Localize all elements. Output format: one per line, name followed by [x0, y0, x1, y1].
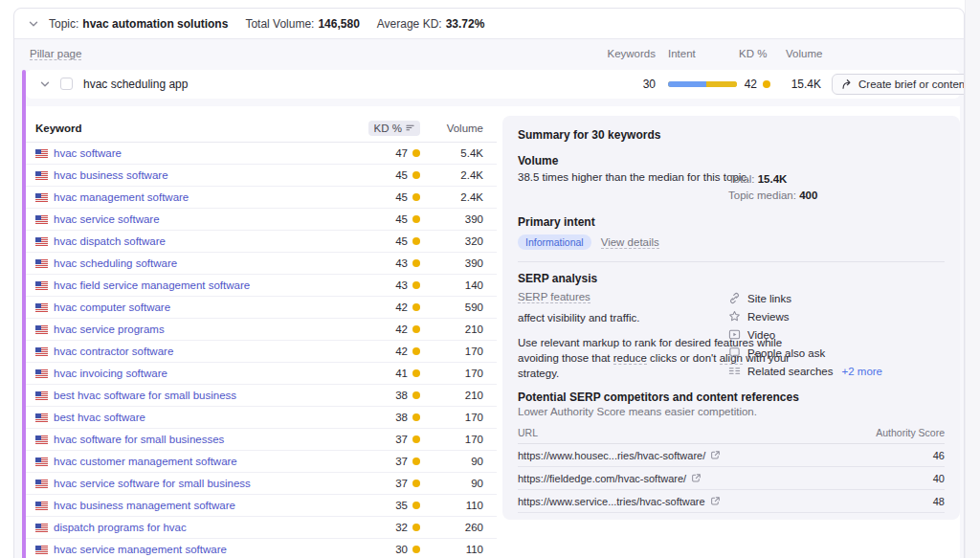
- volume-value: 170: [420, 368, 483, 379]
- keyword-table: Keyword KD % Volume: [26, 106, 497, 558]
- column-header-keywords: Keywords: [600, 48, 656, 59]
- volume-column-header[interactable]: Volume: [420, 123, 483, 134]
- keyword-link[interactable]: hvac field service management software: [54, 279, 250, 291]
- keyword-table-row: hvac service management software 30 110: [26, 539, 497, 558]
- topic-bar: Topic: hvac automation solutions Total V…: [14, 9, 964, 39]
- keyword-link[interactable]: hvac management software: [54, 191, 189, 203]
- keyword-link[interactable]: hvac contractor software: [54, 346, 173, 357]
- curved-arrow-icon: [841, 78, 853, 90]
- keyword-link[interactable]: hvac service software for small business: [54, 478, 251, 489]
- competitors-table-header: URL Authority Score: [518, 425, 945, 444]
- kd-sort-header[interactable]: KD %: [368, 121, 420, 136]
- competitor-url[interactable]: https://www.housec...ries/hvac-software/: [518, 450, 705, 461]
- view-details-link[interactable]: View details: [601, 236, 659, 249]
- authority-score-value: 46: [933, 450, 945, 461]
- volume-value: 110: [420, 500, 483, 511]
- group-name[interactable]: hvac scheduling app: [83, 78, 188, 91]
- serp-features-link[interactable]: SERP features: [518, 291, 590, 303]
- group-checkbox[interactable]: [60, 78, 73, 90]
- kd-value: 35: [395, 500, 408, 511]
- column-header-intent: Intent: [668, 48, 696, 59]
- more-features-link[interactable]: +2 more: [842, 366, 883, 377]
- kd-difficulty-dot: [412, 435, 420, 443]
- volume-value: 170: [420, 434, 483, 445]
- serp-features-list: Site links Reviews Video: [728, 289, 882, 380]
- kd-difficulty-dot: [412, 281, 420, 289]
- keyword-table-row: hvac invoicing software 41 170: [26, 363, 497, 385]
- kd-value: 45: [395, 213, 408, 225]
- summary-panel: Summary for 30 keywords Volume 38.5 time…: [502, 116, 960, 520]
- keyword-link[interactable]: hvac business management software: [54, 500, 235, 511]
- keyword-link[interactable]: hvac dispatch software: [54, 235, 166, 247]
- kd-value: 38: [395, 390, 408, 401]
- external-link-icon[interactable]: [710, 450, 721, 460]
- kd-difficulty-dot: [412, 259, 420, 267]
- volume-value: 110: [420, 544, 483, 555]
- keyword-link[interactable]: dispatch programs for hvac: [54, 522, 187, 533]
- keyword-link[interactable]: hvac service management software: [54, 544, 227, 555]
- kd-difficulty-dot: [412, 215, 420, 223]
- us-flag-icon: [35, 480, 48, 488]
- serp-feature-item: Reviews: [728, 307, 882, 325]
- kd-difficulty-dot: [412, 347, 420, 355]
- kd-difficulty-dot: [412, 502, 420, 509]
- reduce-term[interactable]: reduce: [613, 352, 647, 365]
- scrollbar[interactable]: [965, 0, 980, 558]
- keyword-link[interactable]: best hvac software: [54, 412, 145, 423]
- topic-median-value: 400: [799, 190, 817, 201]
- competitor-row: https://www.getjob... om/industries/hvac…: [518, 513, 945, 520]
- keyword-link[interactable]: hvac software for small businesses: [54, 434, 224, 445]
- keyword-link[interactable]: hvac service software: [54, 213, 160, 225]
- keyword-link[interactable]: hvac software: [54, 147, 122, 159]
- competitor-url[interactable]: https://www.service...tries/hvac-softwar…: [518, 496, 705, 507]
- keyword-link[interactable]: hvac business software: [54, 169, 168, 181]
- external-link-icon[interactable]: [710, 496, 721, 506]
- competitors-subheading: Lower Authority Score means easier compe…: [518, 406, 945, 417]
- keyword-link[interactable]: hvac service programs: [54, 324, 165, 335]
- external-link-icon[interactable]: [710, 519, 721, 520]
- keyword-table-row: hvac service software for small business…: [26, 473, 497, 495]
- us-flag-icon: [35, 215, 48, 224]
- volume-value: 390: [420, 257, 483, 269]
- volume-value: 210: [420, 390, 483, 401]
- us-flag-icon: [35, 502, 48, 510]
- kd-value: 42: [395, 346, 408, 357]
- intent-informational-segment: [668, 81, 706, 87]
- competitor-row: https://www.housec...ries/hvac-software/…: [518, 444, 945, 467]
- keyword-link[interactable]: best hvac software for small business: [54, 390, 236, 401]
- kd-value: 43: [395, 257, 408, 269]
- external-link-icon[interactable]: [691, 473, 702, 483]
- keyword-link[interactable]: hvac computer software: [54, 301, 170, 313]
- competitor-url[interactable]: https://www.getjob... om/industries/hvac…: [518, 519, 705, 521]
- create-brief-button[interactable]: Create brief or content: [832, 74, 965, 95]
- serp-feature-item: Related searches +2 more: [728, 362, 882, 380]
- us-flag-icon: [35, 281, 48, 290]
- us-flag-icon: [35, 458, 48, 466]
- total-volume: Total Volume: 146,580: [245, 17, 359, 31]
- competitor-url[interactable]: https://fieldedge.com/hvac-software/: [518, 473, 686, 484]
- keyword-column-header[interactable]: Keyword: [35, 123, 347, 134]
- serp-feature-item: Video: [728, 325, 882, 344]
- kd-value: 47: [395, 147, 408, 159]
- chevron-down-icon[interactable]: [39, 78, 51, 90]
- kd-value: 38: [395, 412, 408, 423]
- column-header-kd: KD %: [739, 48, 767, 59]
- kd-difficulty-dot: [412, 458, 420, 465]
- keyword-group-row: hvac scheduling app 30 42 15.4K Create b…: [26, 70, 960, 99]
- kd-difficulty-dot: [412, 325, 420, 333]
- chat-icon: [728, 346, 741, 359]
- star-icon: [728, 310, 741, 323]
- chevron-down-icon[interactable]: [28, 18, 39, 30]
- keyword-link[interactable]: hvac scheduling software: [54, 257, 177, 269]
- keyword-link[interactable]: hvac customer management software: [54, 456, 237, 467]
- kd-difficulty-dot: [412, 149, 420, 157]
- keyword-link[interactable]: hvac invoicing software: [54, 368, 167, 379]
- intent-distribution-bar: [668, 81, 737, 87]
- volume-value: 210: [420, 324, 483, 335]
- serp-analysis-heading: SERP analysis: [518, 272, 945, 285]
- url-column-header: URL: [518, 427, 538, 438]
- keyword-table-row: hvac service software 45 390: [26, 209, 497, 231]
- keyword-table-row: hvac business software 45 2.4K: [26, 165, 497, 187]
- link-icon: [728, 292, 741, 304]
- kd-difficulty-dot: [412, 171, 420, 179]
